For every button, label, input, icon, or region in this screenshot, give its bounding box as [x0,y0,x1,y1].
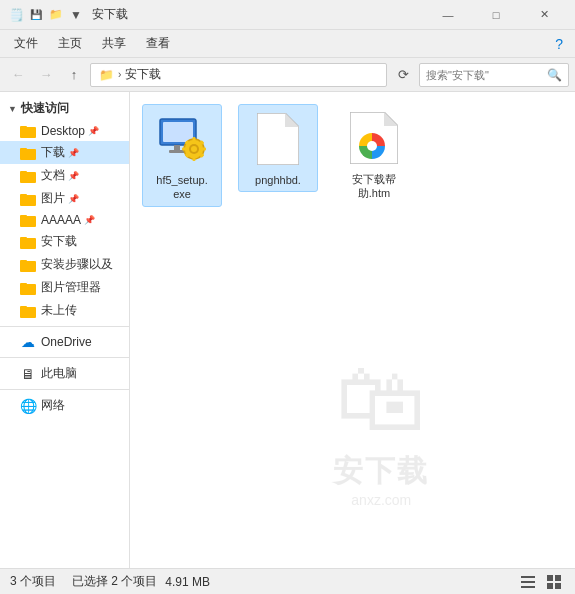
sidebar-item-notup[interactable]: 未上传 [0,299,129,322]
svg-rect-26 [193,157,196,161]
pc-icon: 🖥 [20,366,36,382]
anxz-folder-icon [20,235,36,249]
window-title: 安下载 [92,6,425,23]
status-size: 4.91 MB [165,575,210,589]
status-view-controls [517,571,565,593]
svg-rect-9 [20,215,27,218]
picmgr-folder-icon [20,281,36,295]
svg-rect-1 [20,126,27,129]
forward-button[interactable]: → [34,63,58,87]
back-button[interactable]: ← [6,63,30,87]
svg-rect-45 [555,575,561,581]
up-button[interactable]: ↑ [62,63,86,87]
expand-icon[interactable]: ▼ [68,7,84,23]
status-selected: 已选择 2 个项目 [72,573,157,590]
sidebar-item-install[interactable]: 安装步骤以及 [0,253,129,276]
search-input[interactable] [426,69,543,81]
network-icon: 🌐 [20,398,36,414]
quick-access-section: ▼ 快速访问 Desktop 📌 下载 📌 文档 📌 图片 📌 [0,96,129,322]
notup-folder-icon [20,304,36,318]
title-bar: 🗒️ 💾 📁 ▼ 安下载 — □ ✕ [0,0,575,30]
minimize-button[interactable]: — [425,0,471,30]
sidebar-item-pictures[interactable]: 图片 📌 [0,187,129,210]
file-item-exe[interactable]: hf5_setup. exe [142,104,222,207]
generic-icon-wrap [248,109,308,169]
file-exe-label: hf5_setup. exe [147,173,217,202]
watermark: 🛍 安下载 anxz.com [333,348,429,508]
breadcrumb[interactable]: 📁 › 安下载 [90,63,387,87]
exe-icon-wrap [152,109,212,169]
sidebar-item-notup-label: 未上传 [41,302,77,319]
desktop-folder-icon [20,124,36,138]
svg-point-40 [367,141,377,151]
sidebar-item-picmgr[interactable]: 图片管理器 [0,276,129,299]
sidebar-item-downloads-label: 下载 [41,144,65,161]
watermark-text: 安下载 [333,451,429,492]
menu-view[interactable]: 查看 [136,31,180,56]
sidebar-item-downloads[interactable]: 下载 📌 [0,141,129,164]
sidebar-item-onedrive[interactable]: ☁ OneDrive [0,331,129,353]
sidebar-item-documents[interactable]: 文档 📌 [0,164,129,187]
aaaaa-folder-icon [20,213,36,227]
svg-rect-44 [547,575,553,581]
exe-file-icon [156,113,208,165]
breadcrumb-root-icon: 📁 [99,68,114,82]
menu-home[interactable]: 主页 [48,31,92,56]
sidebar-item-anxz[interactable]: 安下载 [0,230,129,253]
quick-access-heading[interactable]: ▼ 快速访问 [0,96,129,121]
pin-icon: 📌 [88,126,99,136]
svg-rect-43 [521,586,535,588]
files-grid: hf5_setup. exe pnghhbd. [142,104,563,207]
generic-file-icon [257,113,299,165]
menu-help[interactable]: ? [547,32,571,56]
svg-rect-46 [547,583,553,589]
sidebar-divider-2 [0,357,129,358]
sidebar-item-onedrive-label: OneDrive [41,335,92,349]
file-item-htm[interactable]: 安下载帮 助.htm [334,104,414,205]
pin-icon-5: 📌 [84,215,95,225]
install-folder-icon [20,258,36,272]
tiles-view-button[interactable] [543,571,565,593]
quick-access-arrow: ▼ [8,104,17,114]
breadcrumb-current: 安下载 [125,66,161,83]
svg-rect-19 [163,122,193,142]
nav-bar: ← → ↑ 📁 › 安下载 ⟳ 🔍 [0,58,575,92]
htm-icon-wrap [344,108,404,168]
svg-rect-47 [555,583,561,589]
pictures-folder-icon [20,192,36,206]
search-bar[interactable]: 🔍 [419,63,569,87]
sidebar-item-network[interactable]: 🌐 网络 [0,394,129,417]
details-view-icon [520,574,536,590]
sidebar-item-pc[interactable]: 🖥 此电脑 [0,362,129,385]
svg-rect-3 [20,148,27,151]
refresh-button[interactable]: ⟳ [391,63,415,87]
downloads-folder-icon [20,146,36,160]
svg-rect-13 [20,260,27,263]
details-view-button[interactable] [517,571,539,593]
pin-icon-3: 📌 [68,171,79,181]
svg-rect-25 [193,137,196,141]
title-bar-icons: 🗒️ 💾 📁 ▼ [8,7,84,23]
menu-share[interactable]: 共享 [92,31,136,56]
pin-icon-2: 📌 [68,148,79,158]
htm-file-icon [350,112,398,164]
status-total: 3 个项目 [10,573,56,590]
svg-rect-41 [521,576,535,578]
maximize-button[interactable]: □ [473,0,519,30]
sidebar-item-aaaaa[interactable]: AAAAA 📌 [0,210,129,230]
file-item-generic[interactable]: pnghhbd. [238,104,318,192]
tiles-view-icon [546,574,562,590]
svg-rect-15 [20,283,27,286]
svg-rect-5 [20,171,27,174]
sidebar-item-pictures-label: 图片 [41,190,65,207]
sidebar-item-desktop[interactable]: Desktop 📌 [0,121,129,141]
svg-rect-27 [182,148,186,151]
sidebar: ▼ 快速访问 Desktop 📌 下载 📌 文档 📌 图片 📌 [0,92,130,568]
breadcrumb-separator: › [118,69,121,80]
sidebar-item-anxz-label: 安下载 [41,233,77,250]
close-button[interactable]: ✕ [521,0,567,30]
sidebar-item-documents-label: 文档 [41,167,65,184]
status-bar: 3 个项目 已选择 2 个项目 4.91 MB [0,568,575,594]
file-area: hf5_setup. exe pnghhbd. [130,92,575,568]
menu-file[interactable]: 文件 [4,31,48,56]
